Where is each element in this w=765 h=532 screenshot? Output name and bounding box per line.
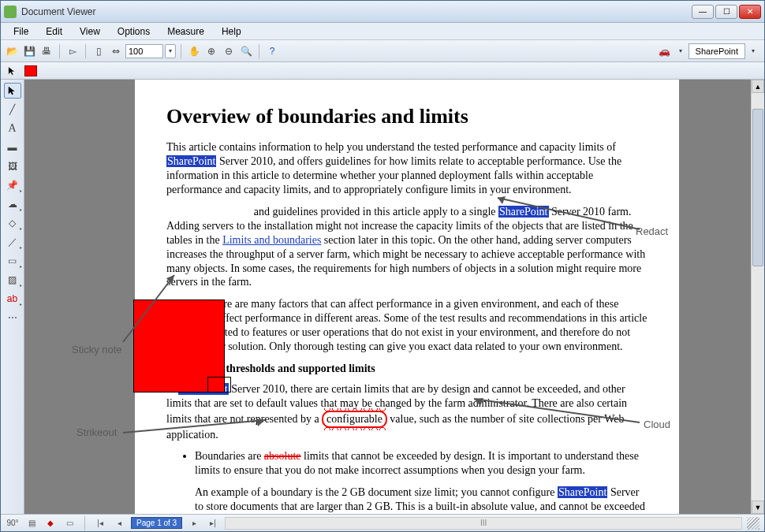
vertical-scrollbar[interactable]: ▲ ▼: [751, 80, 764, 514]
scroll-down-icon[interactable]: ▼: [752, 500, 764, 514]
menu-measure[interactable]: Measure: [159, 24, 212, 39]
main-toolbar: 📂 💾 🖶 ▻ ▯ ⇔ ▾ ✋ ⊕ ⊖ 🔍 ? 🚗 ▾ SharePoint ▾: [1, 40, 764, 62]
strikeout-annotation[interactable]: absolute: [264, 450, 301, 462]
shape-tool[interactable]: ◇▸: [4, 215, 21, 231]
title-bar: Document Viewer — ☐ ✕: [1, 1, 764, 23]
document-page: Overview of boundaries and limits This a…: [135, 80, 679, 514]
list-item: Boundaries are absolute limits that cann…: [195, 449, 647, 514]
more-tool[interactable]: ⋯: [4, 310, 21, 326]
print-icon[interactable]: 🖶: [39, 43, 54, 59]
sb-icon-2[interactable]: ◆: [43, 517, 58, 530]
select-tool[interactable]: [4, 83, 21, 99]
menu-options[interactable]: Options: [110, 24, 158, 39]
page-prev-icon[interactable]: ◂: [112, 517, 126, 530]
doc-para-3: Note that there are many factors that ca…: [166, 297, 647, 354]
rect-tool[interactable]: ▭▸: [4, 253, 21, 269]
help-icon[interactable]: ?: [264, 43, 280, 59]
resize-grip[interactable]: [747, 517, 759, 530]
zoom-input[interactable]: [125, 44, 163, 58]
doc-heading: Overview of boundaries and limits: [166, 103, 647, 129]
zoom-region-icon[interactable]: 🔍: [238, 43, 254, 59]
close-button[interactable]: ✕: [739, 5, 761, 19]
color-toolbar: [1, 62, 764, 80]
menu-view[interactable]: View: [72, 24, 108, 39]
menu-file[interactable]: File: [6, 24, 36, 39]
page-indicator[interactable]: Page 1 of 3: [131, 517, 182, 529]
doc-para-4: In SharePoint Server 2010, there are cer…: [166, 382, 647, 442]
link-limits[interactable]: Limits and boundaries: [222, 234, 321, 246]
page-first-icon[interactable]: |◂: [93, 517, 107, 530]
menu-help[interactable]: Help: [214, 24, 249, 39]
sp-dropdown-left[interactable]: ▾: [673, 43, 688, 59]
stamp-tool[interactable]: 📌▸: [4, 177, 21, 193]
app-window: Document Viewer — ☐ ✕ File Edit View Opt…: [0, 0, 765, 532]
pan-icon[interactable]: ✋: [186, 43, 202, 59]
redact-corner: [207, 377, 231, 392]
car-icon[interactable]: 🚗: [657, 43, 673, 59]
menu-bar: File Edit View Options Measure Help: [1, 23, 764, 40]
maximize-button[interactable]: ☐: [715, 5, 737, 19]
rotate-button[interactable]: 90°: [6, 517, 20, 530]
highlight-tool[interactable]: ▬: [4, 140, 21, 155]
page-icon[interactable]: ▯: [91, 43, 106, 59]
window-title: Document Viewer: [21, 6, 692, 17]
redact-tool[interactable]: ▨▸: [4, 272, 21, 288]
horizontal-scrollbar[interactable]: III: [225, 517, 742, 530]
line-tool[interactable]: ╱: [4, 102, 21, 117]
zoom-out-icon[interactable]: ⊖: [221, 43, 237, 59]
text-tool[interactable]: A: [4, 121, 21, 136]
doc-subheading: Boundaries, thresholds and supported lim…: [166, 362, 647, 376]
annotation-toolbar: ╱ A ▬ 🖼 📌▸ ☁▸ ◇▸ ／▸ ▭▸ ▨▸ ab▸ ⋯: [1, 80, 24, 514]
minimize-button[interactable]: —: [692, 5, 714, 19]
label-redact: Redact: [636, 225, 668, 237]
page-last-icon[interactable]: ▸|: [206, 517, 220, 530]
image-tool[interactable]: 🖼: [4, 158, 21, 174]
page-next-icon[interactable]: ▸: [187, 517, 201, 530]
sharepoint-label: SharePoint: [696, 47, 738, 56]
menu-edit[interactable]: Edit: [38, 24, 70, 39]
list-item-example: An example of a boundary is the 2 GB doc…: [195, 485, 647, 514]
cursor-icon[interactable]: [7, 65, 18, 76]
fit-width-icon[interactable]: ⇔: [108, 43, 124, 59]
color-swatch[interactable]: [24, 65, 37, 76]
status-bar: 90° ▤ ◆ ▭ |◂ ◂ Page 1 of 3 ▸ ▸| III: [1, 514, 764, 531]
scroll-track[interactable]: [752, 93, 764, 500]
label-strikeout: Strikeout: [76, 426, 117, 438]
pointer-icon[interactable]: ▻: [65, 43, 80, 59]
zoom-dropdown[interactable]: ▾: [165, 44, 176, 58]
scroll-up-icon[interactable]: ▲: [752, 80, 764, 93]
doc-para-2: The capacity limitsThe capacity limits a…: [166, 205, 647, 289]
doc-para-1: This article contains information to hel…: [166, 140, 647, 197]
sp-dropdown-right[interactable]: ▾: [745, 43, 761, 59]
open-icon[interactable]: 📂: [4, 43, 20, 59]
app-icon: [4, 6, 17, 18]
scroll-thumb[interactable]: [752, 109, 763, 266]
sb-icon-1[interactable]: ▤: [24, 517, 39, 530]
label-cloud: Cloud: [644, 419, 670, 430]
cloud-tool[interactable]: ☁▸: [4, 196, 21, 212]
sb-icon-3[interactable]: ▭: [62, 517, 76, 530]
label-sticky: Sticky note: [72, 344, 122, 355]
highlight-sharepoint-4: SharePoint: [558, 486, 607, 498]
highlight-sharepoint-1: SharePoint: [166, 155, 216, 167]
draw-line-tool[interactable]: ／▸: [4, 234, 21, 250]
highlight-sharepoint-2: SharePoint: [498, 206, 548, 218]
strikeout-tool[interactable]: ab▸: [4, 291, 21, 307]
sharepoint-button[interactable]: SharePoint: [688, 43, 745, 59]
save-icon[interactable]: 💾: [21, 43, 37, 59]
cloud-annotation[interactable]: configurable: [322, 411, 387, 428]
zoom-in-icon[interactable]: ⊕: [203, 43, 219, 59]
document-viewer: Overview of boundaries and limits This a…: [24, 80, 764, 514]
doc-list: Boundaries are absolute limits that cann…: [195, 449, 647, 514]
